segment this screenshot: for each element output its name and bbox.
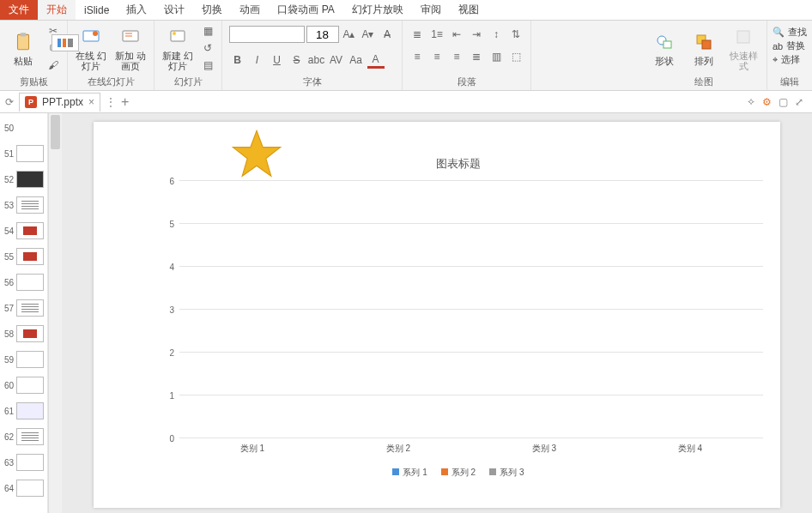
thumbnail-number: 54 (2, 226, 14, 236)
thumbnail-slide-50[interactable]: 50 (0, 115, 47, 141)
new-anim-page-button[interactable]: 新加 动画页 (112, 22, 148, 74)
arrange-button[interactable]: 排列 (686, 22, 722, 74)
thumbnail-preview (16, 402, 44, 419)
shadow-button[interactable]: abc (308, 51, 325, 69)
tab-home[interactable]: 开始 (38, 0, 76, 20)
tab-menu-icon[interactable]: ⋮ (106, 96, 116, 108)
thumbnail-slide-51[interactable]: 51 (0, 141, 47, 166)
slide-canvas-area[interactable]: 图表标题 0123456类别 1类别 2类别 3类别 4 系列 1系列 2系列 … (62, 113, 812, 513)
thumbnail-slide-57[interactable]: 57 (0, 295, 47, 321)
thumbnail-slide-55[interactable]: 55 (0, 244, 47, 269)
bold-button[interactable]: B (229, 51, 246, 69)
font-color-button[interactable]: A (367, 51, 385, 69)
thumbnail-slide-52[interactable]: 52 (0, 166, 47, 192)
increase-font-icon[interactable]: A▴ (341, 26, 358, 43)
group-online-slides: 在线 幻灯片 新加 动画页 在线幻灯片 (68, 21, 155, 90)
close-tab-icon[interactable]: × (88, 96, 94, 108)
format-painter-icon[interactable]: 🖌 (45, 57, 62, 73)
thumbnail-slide-54[interactable]: 54 (0, 218, 47, 244)
shapes-label: 形状 (655, 56, 674, 66)
indent-left-icon[interactable]: ⇤ (448, 26, 465, 43)
text-direction-icon[interactable]: ⇅ (507, 26, 524, 43)
thumbnail-slide-63[interactable]: 63 (0, 450, 47, 475)
replace-button[interactable]: ab替换 (773, 39, 807, 52)
layout-icon[interactable]: ▦ (199, 23, 216, 39)
line-spacing-icon[interactable]: ↕ (488, 26, 505, 43)
thumbnail-slide-61[interactable]: 61 (0, 398, 47, 424)
thumbnail-slide-59[interactable]: 59 (0, 347, 47, 372)
align-center-icon[interactable]: ≡ (428, 48, 445, 65)
y-axis-label: 3 (169, 305, 179, 315)
tab-pocket-anim[interactable]: 口袋动画 PA (269, 0, 342, 20)
thumbnail-slide-62[interactable]: 62 (0, 424, 47, 450)
align-right-icon[interactable]: ≡ (448, 48, 465, 65)
thumbnail-number: 63 (2, 458, 14, 468)
indent-right-icon[interactable]: ⇥ (468, 26, 485, 43)
thumbnails-scrollbar[interactable] (48, 113, 62, 513)
paste-label: 粘贴 (14, 56, 33, 66)
star-icon[interactable]: ✧ (747, 96, 755, 108)
thumbnail-number: 62 (2, 432, 14, 442)
group-label-drawing: 绘图 (694, 75, 713, 90)
thumbnail-preview (16, 248, 44, 265)
clear-format-icon[interactable]: A̶ (379, 26, 396, 43)
thumbnail-slide-58[interactable]: 58 (0, 321, 47, 347)
thumbnail-number: 53 (2, 201, 14, 210)
tab-islide[interactable]: iSlide (76, 0, 118, 20)
columns-icon[interactable]: ▥ (488, 48, 505, 65)
thumbnail-number: 56 (2, 278, 14, 287)
select-button[interactable]: ⌖选择 (773, 53, 807, 66)
restore-icon[interactable]: ⟳ (5, 96, 14, 108)
document-tab[interactable]: P PPT.pptx × (19, 93, 100, 112)
tab-animation[interactable]: 动画 (231, 0, 269, 20)
reset-icon[interactable]: ↺ (199, 40, 216, 56)
tab-slideshow[interactable]: 幻灯片放映 (343, 0, 412, 20)
group-label-slides: 幻灯片 (174, 75, 203, 90)
justify-icon[interactable]: ≣ (468, 48, 485, 65)
tab-design[interactable]: 设计 (155, 0, 193, 20)
gear-icon[interactable]: ⚙ (762, 96, 772, 108)
decrease-font-icon[interactable]: A▾ (360, 26, 377, 43)
numbering-icon[interactable]: 1≡ (428, 26, 445, 43)
tab-transition[interactable]: 切换 (193, 0, 231, 20)
paste-button[interactable]: 粘贴 (5, 22, 41, 74)
tab-insert[interactable]: 插入 (118, 0, 155, 20)
group-clipboard: 粘贴 ✂ ⧉ 🖌 剪贴板 (0, 21, 68, 90)
italic-button[interactable]: I (249, 51, 266, 69)
bullets-icon[interactable]: ≣ (409, 26, 426, 43)
window-icon[interactable]: ▢ (779, 96, 788, 108)
thumbnail-slide-60[interactable]: 60 (0, 372, 47, 398)
tab-file[interactable]: 文件 (0, 0, 38, 20)
tab-view[interactable]: 视图 (450, 0, 488, 20)
change-case-button[interactable]: Aa (348, 51, 365, 69)
chart-object[interactable]: 图表标题 0123456类别 1类别 2类别 3类别 4 系列 1系列 2系列 … (145, 156, 772, 482)
slide[interactable]: 图表标题 0123456类别 1类别 2类别 3类别 4 系列 1系列 2系列 … (94, 122, 780, 508)
thumbnail-slide-53[interactable]: 53 (0, 192, 47, 218)
smartart-icon[interactable]: ⬚ (507, 48, 524, 65)
thumbnail-number: 64 (2, 484, 14, 493)
expand-icon[interactable]: ⤢ (795, 96, 803, 108)
tab-review[interactable]: 审阅 (412, 0, 450, 20)
new-tab-icon[interactable]: + (121, 94, 129, 110)
cursor-icon: ⌖ (773, 54, 778, 65)
quick-styles-button[interactable]: 快速样式 (725, 22, 761, 74)
section-icon[interactable]: ▤ (199, 57, 216, 73)
slide-thumbnails-panel[interactable]: 505152535455565758596061626364 (0, 113, 48, 513)
font-size-input[interactable] (306, 26, 339, 43)
thumbnail-preview (16, 171, 44, 188)
align-left-icon[interactable]: ≡ (409, 48, 426, 65)
char-spacing-button[interactable]: AV (328, 51, 345, 69)
thumbnail-slide-64[interactable]: 64 (0, 475, 47, 501)
underline-button[interactable]: U (269, 51, 286, 69)
strike-button[interactable]: S (288, 51, 306, 69)
find-button[interactable]: 🔍查找 (773, 26, 807, 39)
chart-legend: 系列 1系列 2系列 3 (145, 467, 772, 479)
chart-plot-area: 0123456类别 1类别 2类别 3类别 4 (179, 180, 763, 438)
legend-item: 系列 2 (441, 467, 476, 479)
shapes-button[interactable]: 形状 (646, 22, 682, 74)
font-name-input[interactable] (229, 26, 305, 43)
group-label-font: 字体 (303, 75, 322, 90)
new-slide-button[interactable]: 新建 幻灯片 (160, 22, 196, 74)
thumbnail-slide-56[interactable]: 56 (0, 269, 47, 295)
workspace: 505152535455565758596061626364 图表标题 0123… (0, 113, 812, 513)
